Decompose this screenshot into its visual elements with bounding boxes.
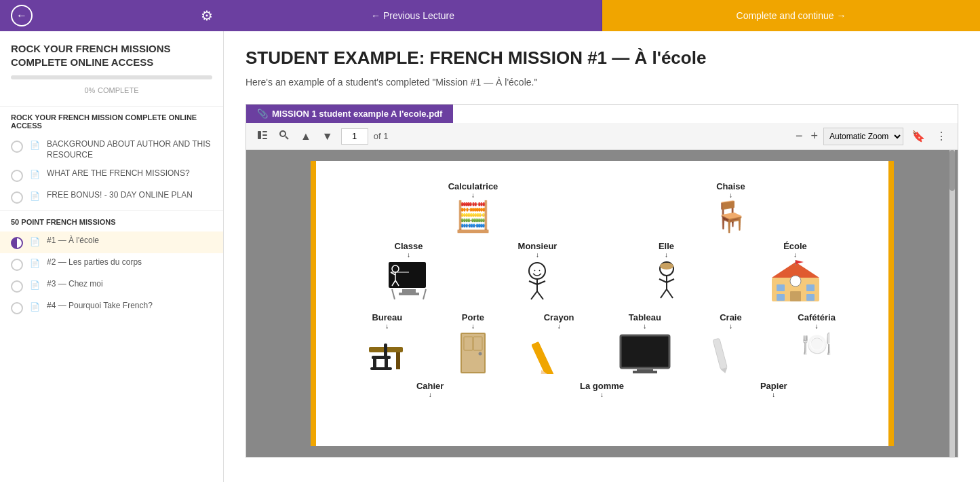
vocab-item-papier: Papier ↓ xyxy=(743,381,804,398)
vocab-arrow-calculatrice: ↓ xyxy=(436,191,511,199)
nav-prev-lecture[interactable]: ← Previous Lecture xyxy=(224,0,602,31)
svg-line-24 xyxy=(537,291,543,299)
svg-rect-47 xyxy=(370,367,392,370)
sidebar-section-1: ROCK YOUR FRENCH MISSION COMPLETE ONLINE… xyxy=(0,106,223,210)
vocab-arrow-monsieur: ↓ xyxy=(504,251,572,259)
paperclip-icon: 📎 xyxy=(257,109,268,119)
vocab-label-tableau: Tableau xyxy=(614,312,675,322)
vocab-item-classe: Classe ↓ xyxy=(375,241,443,305)
circle-icon-mission4 xyxy=(11,302,23,314)
vocab-item-monsieur: Monsieur ↓ xyxy=(504,241,572,305)
vocab-arrow-elle: ↓ xyxy=(633,251,701,259)
pdf-bookmark-button[interactable]: 🔖 xyxy=(909,128,928,144)
sidebar-item-mission2[interactable]: 📄 #2 — Les parties du corps xyxy=(0,253,223,275)
nav-complete-continue[interactable]: Complete and continue → xyxy=(602,0,980,31)
vocab-label-bureau: Bureau xyxy=(357,312,418,322)
svg-line-5 xyxy=(286,136,288,139)
vocab-label-chaise: Chaise xyxy=(694,181,768,191)
svg-rect-0 xyxy=(258,131,261,139)
pdf-zoom-out-button[interactable]: − xyxy=(793,128,806,145)
vocab-arrow-crayon: ↓ xyxy=(528,322,589,330)
vocab-arrow-lagomme: ↓ xyxy=(571,391,632,398)
pdf-prev-page-button[interactable]: ▲ xyxy=(298,129,314,144)
progress-label: 0% COMPLETE xyxy=(11,82,212,100)
svg-line-23 xyxy=(531,291,537,299)
svg-rect-57 xyxy=(621,335,669,368)
svg-rect-2 xyxy=(262,134,267,136)
sidebar-item-mission3-text: #3 — Chez moi xyxy=(47,279,212,290)
vocab-arrow-classe: ↓ xyxy=(375,251,443,259)
vocab-item-bureau: Bureau ↓ xyxy=(357,312,418,377)
progress-percent: 0% xyxy=(84,86,95,94)
vocab-arrow-ecole: ↓ xyxy=(762,251,829,259)
settings-button[interactable]: ⚙ xyxy=(201,7,213,24)
sidebar-item-bonus[interactable]: 📄 FREE BONUS! - 30 DAY ONLINE PLAN xyxy=(0,186,223,208)
progress-complete-text: COMPLETE xyxy=(98,86,139,94)
svg-line-19 xyxy=(539,270,540,271)
vocab-label-porte: Porte xyxy=(442,312,503,322)
monsieur-svg xyxy=(519,259,556,303)
sidebar-item-mission4[interactable]: 📄 #4 — Pourquoi Take French? xyxy=(0,297,223,318)
back-button[interactable]: ← xyxy=(11,5,33,26)
svg-rect-61 xyxy=(713,338,727,369)
pdf-sidebar-toggle-button[interactable] xyxy=(254,128,271,145)
pdf-vocab-content: Calculatrice ↓ 🧮 Chaise ↓ 🪑 xyxy=(331,174,874,405)
pdf-content-area: Calculatrice ↓ 🧮 Chaise ↓ 🪑 xyxy=(246,150,958,457)
sidebar-item-background[interactable]: 📄 BACKGROUND ABOUT AUTHOR AND THIS RESOU… xyxy=(0,135,223,164)
pdf-next-page-button[interactable]: ▼ xyxy=(319,129,336,144)
pdf-more-button[interactable]: ⋮ xyxy=(933,128,949,144)
svg-line-29 xyxy=(667,279,674,282)
pdf-tab-label: MISSION 1 student example A l'ecole.pdf xyxy=(272,109,442,119)
sidebar: ROCK YOUR FRENCH MISSIONS COMPLETE ONLIN… xyxy=(0,31,224,482)
page-title: STUDENT EXAMPLE: FRENCH MISSION #1 — À l… xyxy=(246,48,958,69)
sidebar-item-mission3[interactable]: 📄 #3 — Chez moi xyxy=(0,275,223,297)
vocab-item-chaise: Chaise ↓ 🪑 xyxy=(694,181,768,234)
sidebar-item-mission2-text: #2 — Les parties du corps xyxy=(47,257,212,268)
nav-left-panel: ← ⚙ xyxy=(0,0,224,31)
vocab-img-chaise: 🪑 xyxy=(694,199,768,234)
vocab-arrow-craie: ↓ xyxy=(700,322,761,330)
doc-icon-mission1: 📄 xyxy=(30,237,40,246)
pdf-tab[interactable]: 📎 MISSION 1 student example A l'ecole.pd… xyxy=(246,105,453,123)
pdf-page-input[interactable] xyxy=(341,128,368,145)
pdf-zoom-in-button[interactable]: + xyxy=(808,128,821,145)
circle-icon-mission1 xyxy=(11,237,23,249)
prev-lecture-link[interactable]: ← Previous Lecture xyxy=(371,10,454,21)
vocab-label-crayon: Crayon xyxy=(528,312,589,322)
vocab-label-ecole: École xyxy=(762,241,829,251)
doc-icon-whatare: 📄 xyxy=(30,170,40,179)
svg-line-18 xyxy=(534,270,535,271)
top-nav: ← ⚙ ← Previous Lecture Complete and cont… xyxy=(0,0,980,31)
svg-line-30 xyxy=(661,289,667,298)
vocab-arrow-papier: ↓ xyxy=(743,391,804,398)
sidebar-item-mission1[interactable]: 📄 #1 — À l'école xyxy=(0,231,223,253)
pdf-zoom-select[interactable]: Automatic Zoom 50% 75% 100% 125% 150% xyxy=(823,128,903,145)
circle-icon-bonus xyxy=(11,191,23,204)
vocab-item-ecole: École ↓ xyxy=(762,241,829,305)
sidebar-item-whatare[interactable]: 📄 WHAT ARE THE FRENCH MISSIONS? xyxy=(0,164,223,186)
page-subtitle: Here's an example of a student's complet… xyxy=(246,77,958,88)
sidebar-item-mission1-text: #1 — À l'école xyxy=(47,236,212,246)
vocab-label-elle: Elle xyxy=(633,241,701,251)
porte-svg xyxy=(454,330,492,374)
circle-icon-mission3 xyxy=(11,280,23,293)
tableau-svg xyxy=(618,330,672,374)
scroll-indicator[interactable] xyxy=(949,150,955,457)
pdf-search-button[interactable] xyxy=(276,128,292,145)
vocab-arrow-porte: ↓ xyxy=(442,322,503,330)
vocab-row-3: Bureau ↓ xyxy=(345,312,860,377)
svg-rect-43 xyxy=(396,352,400,369)
vocab-row-1: Calculatrice ↓ 🧮 Chaise ↓ 🪑 xyxy=(345,181,860,234)
pdf-viewer: 📎 MISSION 1 student example A l'ecole.pd… xyxy=(246,104,958,458)
svg-point-53 xyxy=(478,352,482,356)
complete-continue-label: Complete and continue → xyxy=(737,10,846,21)
scroll-thumb xyxy=(949,150,955,191)
sidebar-item-mission4-text: #4 — Pourquoi Take French? xyxy=(47,301,212,312)
vocab-label-calculatrice: Calculatrice xyxy=(436,181,511,191)
svg-rect-7 xyxy=(402,289,416,293)
svg-line-28 xyxy=(659,279,667,282)
vocab-arrow-cafeteria: ↓ xyxy=(786,322,847,330)
classe-svg xyxy=(385,259,433,303)
sidebar-item-background-text: BACKGROUND ABOUT AUTHOR AND THIS RESOURC… xyxy=(47,139,212,160)
vocab-row-2: Classe ↓ xyxy=(345,241,860,305)
